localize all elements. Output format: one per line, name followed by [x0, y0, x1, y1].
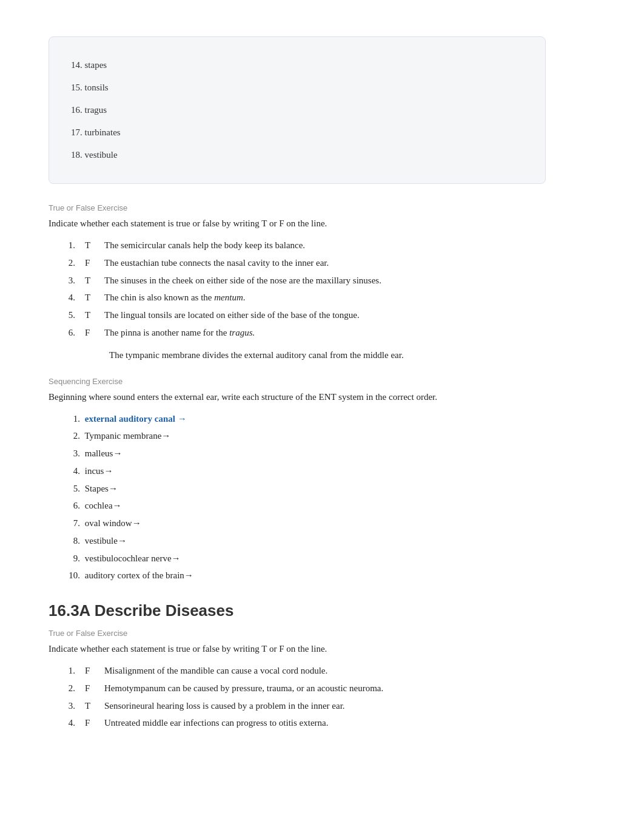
row-tf: F [80, 662, 99, 680]
row-num: 3. [61, 697, 80, 715]
sequencing-section: Sequencing Exercise Beginning where soun… [49, 377, 595, 585]
row-tf: T [80, 237, 99, 254]
item-num: 4. [63, 464, 80, 479]
tf1-note: The tympanic membrane divides the extern… [109, 348, 595, 362]
table-row: 5. T The lingual tonsils are located on … [61, 306, 386, 324]
table-row: 1. F Misalignment of the mandible can ca… [61, 662, 388, 680]
row-num: 2. [61, 254, 80, 272]
section-label-tf1: True or False Exercise [49, 203, 595, 212]
vocabulary-card: 14. stapes 15. tonsils 16. tragus 17. tu… [49, 36, 546, 184]
tf1-table: 1. T The semicircular canals help the bo… [61, 237, 386, 342]
item-num: 2. [63, 428, 80, 444]
row-num: 2. [61, 680, 80, 697]
section-heading-163a: 16.3A Describe Diseases [49, 601, 595, 620]
table-row: 3. T Sensorineural hearing loss is cause… [61, 697, 388, 715]
list-item: 15. tonsils [71, 76, 523, 99]
list-item: 9. vestibulocochlear nerve→ [63, 550, 595, 567]
row-tf: F [80, 714, 99, 732]
tf1-intro: Indicate whether each statement is true … [49, 216, 595, 231]
italic-text-tragus: tragus. [229, 328, 255, 337]
list-item: 18. vestibule [71, 144, 523, 166]
list-item: 16. tragus [71, 99, 523, 121]
table-row: 4. F Untreated middle ear infections can… [61, 714, 388, 732]
vocabulary-list: 14. stapes 15. tonsils 16. tragus 17. tu… [71, 54, 523, 166]
section-label-tf2: True or False Exercise [49, 629, 595, 638]
item-num: 5. [63, 481, 80, 496]
row-tf: F [80, 680, 99, 697]
row-text: The eustachian tube connects the nasal c… [99, 254, 386, 272]
item-num: 1. [63, 411, 80, 427]
true-false-section-1: True or False Exercise Indicate whether … [49, 203, 595, 362]
item-num: 6. [63, 498, 80, 513]
row-text: Hemotympanum can be caused by pressure, … [99, 680, 388, 697]
list-item: 17. turbinates [71, 121, 523, 144]
item-num: 7. [63, 516, 80, 531]
list-item: 1. external auditory canal → [63, 410, 595, 428]
true-false-section-2: True or False Exercise Indicate whether … [49, 629, 595, 732]
row-text: Misalignment of the mandible can cause a… [99, 662, 388, 680]
item-num: 10. [63, 568, 80, 583]
row-text: The chin is also known as the mentum. [99, 289, 386, 306]
item-num: 3. [63, 446, 80, 461]
list-item: 6. cochlea→ [63, 497, 595, 515]
table-row: 3. T The sinuses in the cheek on either … [61, 272, 386, 289]
row-tf: F [80, 254, 99, 272]
row-num: 4. [61, 289, 80, 306]
item-num: 8. [63, 533, 80, 549]
table-row: 4. T The chin is also known as the mentu… [61, 289, 386, 306]
row-tf: T [80, 272, 99, 289]
list-item: 7. oval window→ [63, 515, 595, 532]
row-text: Untreated middle ear infections can prog… [99, 714, 388, 732]
row-num: 1. [61, 237, 80, 254]
table-row: 1. T The semicircular canals help the bo… [61, 237, 386, 254]
list-item: 4. incus→ [63, 462, 595, 480]
table-row: 2. F Hemotympanum can be caused by press… [61, 680, 388, 697]
row-text: The pinna is another name for the tragus… [99, 324, 386, 342]
external-auditory-canal-link[interactable]: external auditory canal → [85, 414, 187, 424]
tf2-table: 1. F Misalignment of the mandible can ca… [61, 662, 388, 732]
section-label-seq: Sequencing Exercise [49, 377, 595, 386]
row-tf: T [80, 306, 99, 324]
tf2-intro: Indicate whether each statement is true … [49, 641, 595, 656]
row-num: 6. [61, 324, 80, 342]
row-tf: T [80, 289, 99, 306]
row-num: 5. [61, 306, 80, 324]
list-item: 3. malleus→ [63, 445, 595, 462]
row-num: 3. [61, 272, 80, 289]
table-row: 2. F The eustachian tube connects the na… [61, 254, 386, 272]
list-item: 10. auditory cortex of the brain→ [63, 567, 595, 584]
row-text: The sinuses in the cheek on either side … [99, 272, 386, 289]
table-row: 6. F The pinna is another name for the t… [61, 324, 386, 342]
row-num: 1. [61, 662, 80, 680]
italic-text: mentum [214, 292, 243, 302]
row-text: Sensorineural hearing loss is caused by … [99, 697, 388, 715]
list-item: 14. stapes [71, 54, 523, 76]
sequencing-list: 1. external auditory canal → 2. Tympanic… [63, 410, 595, 585]
list-item: 2. Tympanic membrane→ [63, 427, 595, 445]
row-tf: T [80, 697, 99, 715]
list-item: 8. vestibule→ [63, 532, 595, 550]
row-tf: F [80, 324, 99, 342]
seq-intro: Beginning where sound enters the externa… [49, 390, 595, 404]
row-text: The lingual tonsils are located on eithe… [99, 306, 386, 324]
row-num: 4. [61, 714, 80, 732]
list-item: 5. Stapes→ [63, 480, 595, 498]
row-text: The semicircular canals help the body ke… [99, 237, 386, 254]
item-num: 9. [63, 551, 80, 566]
